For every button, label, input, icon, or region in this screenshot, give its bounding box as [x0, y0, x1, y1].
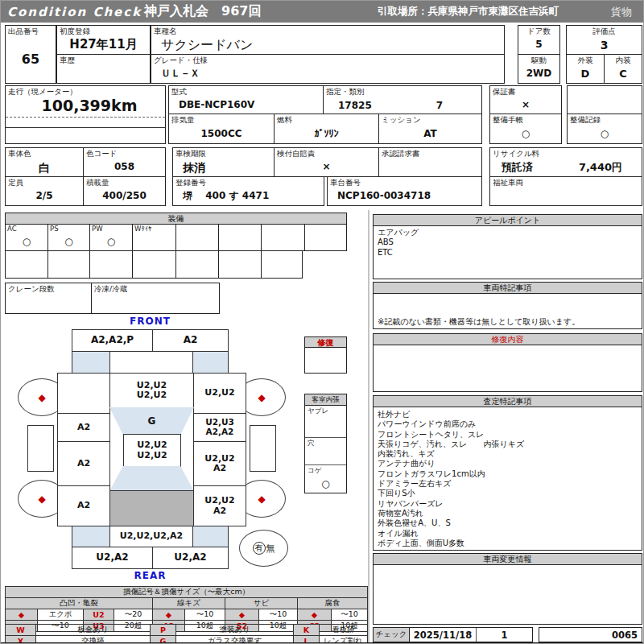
field-value: × — [490, 97, 561, 114]
diagram-cowl-left — [72, 351, 110, 374]
field-label: ヤブレ — [305, 406, 346, 416]
legend-code-desc: 板金あり — [36, 625, 151, 636]
legend-code: W — [6, 625, 36, 636]
damage-legend-table: 損傷記号＆損傷サイズ（〜最大cm） 凸凹・亀裂 線キズ サビ 腐食 ◆ エクボ … — [5, 586, 367, 622]
check-serial: 0065 — [539, 627, 642, 642]
field-exhibit-number: 出品番号 65 — [5, 25, 56, 84]
legend-symbol: ◆ — [225, 609, 259, 621]
field-value: D — [567, 65, 604, 83]
field-value: ○ — [305, 476, 346, 493]
vehicle-notes-footnote: ※記載のない書類・機器等は無しとして取り扱います。 — [374, 316, 584, 328]
repair-flag-body — [304, 347, 347, 374]
field-recycle-fee: リサイクル料 預託済 7,440円 — [489, 147, 642, 177]
code-legend: W 板金あり P 塗装あり K 看板跡 X 交換跡 G ガラス交換要す L レン… — [5, 624, 368, 644]
field-label: 登録番号 — [173, 177, 324, 188]
assessment-line: リヤバンパーズレ — [378, 499, 638, 509]
class-number-category: 7 — [436, 100, 443, 111]
field-interior-grade: 内装 C — [604, 55, 642, 83]
legend-value: 〜10 — [259, 609, 298, 621]
equipment-cell-blank — [218, 224, 262, 251]
change-info-header: 車両変更情報 — [373, 553, 642, 565]
field-color-code: 色コード 058 — [83, 147, 166, 177]
assessment-line: 社外ナビ — [378, 410, 638, 419]
diagram-hood: U2,U2 U2,U2 — [109, 373, 194, 408]
field-label: 福祉車両 — [490, 177, 642, 188]
divider — [6, 127, 165, 128]
equipment-label: PS — [48, 225, 89, 233]
field-doors: ドア数 5 駆動 2WD — [518, 25, 560, 84]
field-label: 保証書 — [490, 86, 561, 97]
field-welfare-vehicle: 福祉車両 — [489, 176, 642, 206]
field-label: 車体色 — [6, 148, 83, 159]
field-model-code: 型式 DBE-NCP160V — [168, 85, 324, 114]
field-value: 5 — [518, 36, 559, 54]
field-blank — [567, 85, 642, 114]
field-value: ○ — [568, 125, 642, 143]
damage-diamond-icon: ◆ — [38, 493, 45, 505]
legend-value: 〜10 — [332, 609, 368, 621]
field-exterior-grade: 外装 D — [567, 55, 604, 83]
appeal-points-header: アピールポイント — [373, 214, 642, 226]
appeal-item: ABS — [374, 237, 642, 247]
field-label: 整備手帳 — [490, 114, 561, 125]
equipment-label: AC — [6, 225, 47, 233]
diagram-rear-bumper-right: U2,A2 — [152, 547, 229, 569]
equipment-cell-blank — [304, 224, 347, 251]
field-grade: グレード・仕様 ＵＬ－Ｘ — [151, 55, 504, 83]
equipment-value: ○ — [48, 233, 89, 250]
equipment-cell-pw: PW ○ — [89, 224, 133, 251]
diagram-front-label: FRONT — [72, 316, 229, 327]
assessment-notes-header: 査定特記事項 — [373, 395, 642, 407]
field-label: 冷凍/冷蔵 — [92, 283, 219, 294]
equipment-cell-blank — [175, 250, 219, 279]
field-value — [6, 294, 91, 313]
vehicle-notes-body: ※記載のない書類・機器等は無しとして取り扱います。 — [373, 293, 642, 329]
field-value: 抹消 — [173, 159, 274, 176]
legend-code-desc: 看板跡 — [320, 625, 368, 636]
assessment-line: ボディ上面、側面U多数 — [378, 539, 638, 548]
field-value — [379, 159, 481, 176]
field-value: ｶﾞｿﾘﾝ — [275, 125, 378, 143]
assessment-line: 外装色褪せA、U、S — [378, 518, 638, 528]
equipment-cell-blank — [5, 250, 48, 279]
check-date: 2025/11/18 — [410, 628, 476, 642]
field-label: 色コード — [84, 148, 165, 159]
diagram-left-front-door: A2 — [57, 413, 110, 442]
equipment-cell-blank — [89, 250, 133, 279]
legend-value: エクボ — [38, 609, 84, 621]
code-legend-table: W 板金あり P 塗装あり K 看板跡 X 交換跡 G ガラス交換要す L レン… — [5, 624, 367, 642]
divider — [6, 117, 165, 118]
field-drive: 駆動 2WD — [518, 55, 559, 83]
field-label: 穴 — [305, 438, 346, 448]
field-insurance: 検付自賠責 × — [274, 147, 379, 177]
field-label: 初度登録 — [57, 26, 150, 36]
diagram-windshield: G — [109, 407, 194, 435]
diagram-right-rear-door: U2,U2 A2 — [193, 441, 246, 486]
legend-symbol: ◆ — [298, 609, 332, 621]
diagram-rear-corner-right — [192, 526, 229, 547]
equipment-cell-ac: AC ○ — [5, 224, 48, 251]
field-label: 評価点 — [567, 26, 642, 36]
field-maintenance-record: 整備記録 ○ — [567, 114, 642, 144]
field-value: サクシードバン — [151, 36, 504, 54]
field-label: 燃料 — [275, 114, 378, 125]
legend-code-desc: 塗装あり — [176, 625, 294, 636]
field-displacement: 排気量 1500CC — [168, 114, 275, 144]
diagram-rear-panel: U2,U2,U2,A2 — [109, 526, 193, 547]
field-value — [305, 416, 346, 437]
damage-diamond-icon: ◆ — [258, 493, 265, 505]
damage-diamond-icon: ◆ — [258, 392, 265, 403]
legend-group-scratch: 線キズ — [153, 598, 225, 609]
field-value — [490, 188, 642, 205]
diagram-cowl-center — [109, 351, 193, 374]
field-value: × — [275, 159, 378, 176]
field-value: 400/250 — [84, 188, 165, 205]
title-bar: Condition Check 神戸入札会 967回 引取場所：兵庫県神戸市東灘… — [1, 1, 644, 23]
field-value: 2/5 — [6, 188, 83, 205]
assessment-line: 天張りコゲ、汚れ、スレ 内張りキズ — [378, 440, 638, 449]
field-label: 車検期限 — [173, 148, 274, 159]
legend-symbol: ◆ — [153, 609, 185, 621]
field-value — [57, 65, 150, 83]
field-value: C — [605, 65, 642, 83]
field-score: 評価点 3 外装 D 内装 C — [566, 25, 642, 84]
